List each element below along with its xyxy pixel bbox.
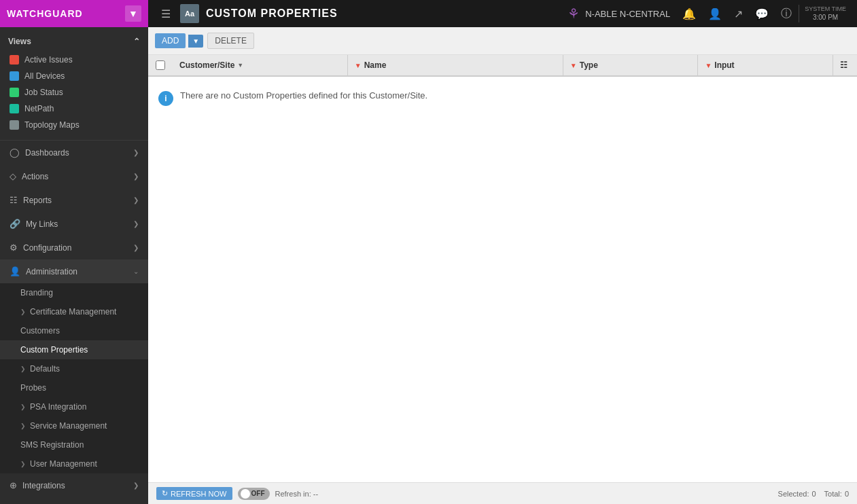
user-mgmt-chevron: ❯: [20, 461, 26, 467]
type-filter-icon: ▼: [570, 62, 577, 69]
administration-label: Administration: [26, 267, 77, 276]
th-input-label: Input: [714, 60, 734, 70]
name-filter-icon: ▼: [355, 62, 362, 69]
table-container: Customer/Site ▼ ▼ Name ▼ Type ▼ Input ☷: [148, 55, 857, 482]
add-dropdown-button[interactable]: ▼: [188, 35, 203, 48]
sidebar-item-reports[interactable]: ☷ Reports ❯: [0, 188, 148, 212]
active-issues-icon: [10, 55, 19, 65]
info-icon: i: [158, 91, 173, 106]
notifications-button[interactable]: 🔔: [677, 3, 701, 24]
configuration-label: Configuration: [23, 243, 71, 253]
chat-button[interactable]: 💬: [750, 3, 774, 24]
th-name[interactable]: ▼ Name: [347, 55, 563, 75]
footer-right: Selected: 0 Total: 0: [778, 490, 849, 498]
delete-label: DELETE: [215, 36, 247, 46]
views-section: Views ⌃ Active Issues All Devices Job St…: [0, 27, 148, 140]
sub-item-customers[interactable]: Customers: [0, 321, 148, 340]
brand-icon: ⚘: [567, 5, 580, 22]
reports-icon: ☷: [10, 195, 18, 205]
toggle-label: OFF: [251, 490, 267, 497]
system-time-label: SYSTEM TIME: [805, 5, 846, 14]
content-area: ADD ▼ DELETE Customer/Site ▼ ▼ Name: [148, 27, 857, 504]
refresh-now-button[interactable]: ↻ REFRESH NOW: [156, 487, 232, 500]
sub-item-probes[interactable]: Probes: [0, 378, 148, 397]
customers-label: Customers: [20, 326, 60, 336]
sidebar-item-help[interactable]: ⓘ Help ❯: [0, 497, 148, 504]
logo-button[interactable]: ▼: [125, 5, 141, 22]
footer-left: ↻ REFRESH NOW OFF Refresh in: --: [156, 487, 318, 500]
cert-mgmt-chevron: ❯: [20, 308, 26, 315]
add-label: ADD: [162, 36, 179, 46]
sidebar-item-netpath[interactable]: NetPath: [0, 101, 148, 117]
topology-maps-label: Topology Maps: [24, 120, 80, 130]
job-status-label: Job Status: [24, 88, 63, 97]
views-header: Views ⌃: [0, 33, 148, 50]
sidebar-item-configuration[interactable]: ⚙ Configuration ❯: [0, 236, 148, 259]
views-label: Views: [8, 37, 31, 46]
sub-item-certificate-management[interactable]: ❯ Certificate Management: [0, 302, 148, 321]
th-customer-label: Customer/Site: [179, 60, 234, 70]
integrations-chevron: ❯: [133, 482, 139, 489]
service-mgmt-label: Service Management: [30, 421, 107, 431]
table-header: Customer/Site ▼ ▼ Name ▼ Type ▼ Input ☷: [148, 55, 857, 77]
collapse-button[interactable]: ☰: [158, 5, 173, 23]
psa-chevron: ❯: [20, 403, 26, 410]
defaults-label: Defaults: [30, 364, 60, 374]
psa-label: PSA Integration: [30, 402, 86, 412]
custom-properties-label: Custom Properties: [20, 345, 88, 355]
selected-stat: Selected: 0: [778, 490, 816, 498]
sidebar-item-topology-maps[interactable]: Topology Maps: [0, 117, 148, 133]
sidebar-item-job-status[interactable]: Job Status: [0, 84, 148, 101]
sub-item-branding[interactable]: Branding: [0, 283, 148, 302]
header-middle: ☰ Aa CUSTOM PROPERTIES: [148, 4, 567, 23]
total-label: Total:: [824, 490, 842, 498]
sidebar-item-active-issues[interactable]: Active Issues: [0, 52, 148, 68]
reports-label: Reports: [23, 196, 52, 205]
topology-maps-icon: [10, 120, 19, 130]
my-links-chevron: ❯: [133, 220, 139, 228]
toggle-thumb: [241, 489, 250, 499]
sub-item-user-management[interactable]: ❯ User Management: [0, 454, 148, 473]
cert-mgmt-label: Certificate Management: [30, 307, 116, 317]
user-button[interactable]: 👤: [703, 3, 727, 24]
all-devices-label: All Devices: [24, 71, 65, 81]
delete-button[interactable]: DELETE: [207, 33, 254, 49]
logo-area: WATCHGUARD ▼: [0, 0, 148, 27]
sidebar-item-dashboards[interactable]: ◯ Dashboards ❯: [0, 141, 148, 164]
actions-label: Actions: [22, 172, 48, 181]
sidebar-item-actions[interactable]: ◇ Actions ❯: [0, 164, 148, 188]
page-title: CUSTOM PROPERTIES: [206, 7, 338, 20]
th-input[interactable]: ▼ Input: [697, 55, 833, 75]
selected-count: 0: [811, 490, 816, 498]
sidebar-item-integrations[interactable]: ⊕ Integrations ❯: [0, 473, 148, 497]
add-button[interactable]: ADD: [155, 33, 186, 48]
my-links-icon: 🔗: [10, 219, 20, 229]
refresh-label: REFRESH NOW: [171, 490, 227, 498]
sub-item-defaults[interactable]: ❯ Defaults: [0, 359, 148, 378]
sub-item-psa-integration[interactable]: ❯ PSA Integration: [0, 397, 148, 416]
input-filter-icon: ▼: [705, 62, 712, 69]
branding-label: Branding: [20, 288, 53, 298]
select-all-checkbox[interactable]: [156, 60, 165, 70]
sub-item-service-management[interactable]: ❯ Service Management: [0, 416, 148, 435]
sidebar-item-my-links[interactable]: 🔗 My Links ❯: [0, 212, 148, 236]
selected-label: Selected:: [778, 490, 809, 498]
export-button[interactable]: ↗: [729, 3, 748, 24]
th-type[interactable]: ▼ Type: [563, 55, 698, 75]
sub-item-sms-registration[interactable]: SMS Registration: [0, 435, 148, 454]
th-type-label: Type: [580, 60, 598, 70]
help-button[interactable]: ⓘ: [775, 3, 797, 25]
job-status-icon: [10, 88, 19, 97]
column-actions-icon: ☷: [840, 60, 847, 70]
th-customer-site[interactable]: Customer/Site ▼: [173, 55, 347, 75]
integrations-label: Integrations: [22, 481, 65, 490]
sidebar-item-all-devices[interactable]: All Devices: [0, 68, 148, 84]
sub-item-custom-properties[interactable]: Custom Properties: [0, 340, 148, 359]
sidebar-item-administration[interactable]: 👤 Administration ⌄: [0, 259, 148, 283]
dashboards-chevron: ❯: [133, 149, 139, 156]
refresh-countdown: Refresh in: --: [275, 490, 319, 498]
active-issues-label: Active Issues: [24, 55, 73, 65]
nav-section: ◯ Dashboards ❯ ◇ Actions ❯ ☷ Reports ❯: [0, 140, 148, 504]
auto-refresh-toggle[interactable]: OFF: [238, 488, 270, 500]
th-column-actions[interactable]: ☷: [833, 55, 857, 75]
